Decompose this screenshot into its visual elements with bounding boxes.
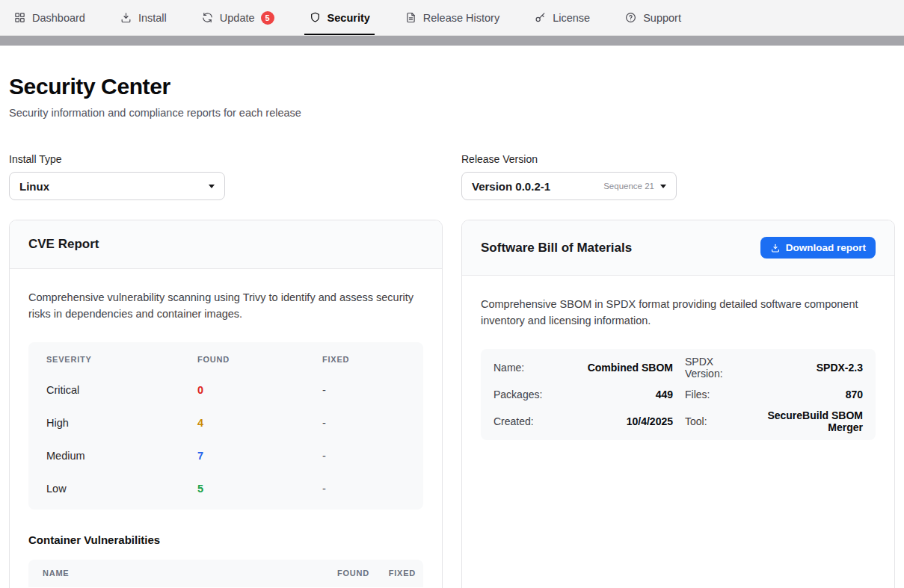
cve-report-description: Comprehensive vulnerability scanning usi…: [28, 290, 423, 323]
table-row: Packages: 449 Files: 870: [493, 381, 863, 408]
page-title: Security Center: [9, 74, 895, 99]
table-row: Critical 0 -: [28, 374, 423, 406]
nav-label: Release History: [423, 12, 499, 24]
page-subtitle: Security information and compliance repo…: [9, 107, 895, 119]
col-name: NAME: [43, 569, 302, 578]
release-sequence-hint: Sequence 21: [603, 182, 654, 191]
cve-report-title: CVE Report: [28, 237, 99, 252]
table-row: Created: 10/4/2025 Tool: SecureBuild SBO…: [493, 408, 863, 435]
release-version-filter: Release Version Version 0.0.2-1 Sequence…: [461, 153, 895, 200]
help-circle-icon: [624, 11, 637, 24]
col-found: FOUND: [197, 355, 322, 364]
nav-label: Support: [643, 12, 681, 24]
filters-row: Install Type Linux Release Version Versi…: [9, 153, 895, 200]
top-nav: Dashboard Install Update 5 Security Rele…: [0, 0, 904, 36]
nav-label: License: [553, 12, 590, 24]
refresh-icon: [201, 11, 214, 24]
fixed-count: -: [322, 417, 405, 429]
found-count: 5: [197, 483, 322, 495]
nav-label: Security: [328, 12, 370, 24]
dashboard-grid-icon: [13, 11, 26, 24]
found-count: 4: [197, 417, 322, 429]
sbom-header: Software Bill of Materials Download repo…: [462, 220, 894, 276]
container-vulnerabilities-table-header: NAME FOUND FIXED: [28, 560, 423, 587]
table-row: High 4 -: [28, 406, 423, 439]
shield-icon: [309, 11, 322, 24]
fixed-count: -: [322, 483, 405, 495]
release-version-label: Release Version: [461, 153, 895, 165]
download-icon: [770, 243, 781, 253]
sbom-description: Comprehensive SBOM in SPDX format provid…: [481, 297, 876, 329]
cards-row: CVE Report Comprehensive vulnerability s…: [9, 220, 895, 588]
nav-item-release-history[interactable]: Release History: [403, 0, 501, 35]
update-count-badge: 5: [261, 11, 274, 25]
container-vulnerabilities-title: Container Vulnerabilities: [28, 533, 423, 546]
chevron-down-icon: [660, 185, 666, 188]
severity-table: SEVERITY FOUND FIXED Critical 0 - High 4…: [28, 342, 423, 510]
chevron-down-icon: [209, 185, 215, 188]
nav-item-security[interactable]: Security: [307, 0, 372, 35]
header-divider-band: [0, 36, 904, 46]
nav-item-support[interactable]: Support: [623, 0, 683, 35]
install-type-label: Install Type: [9, 153, 443, 165]
download-icon: [120, 11, 132, 24]
col-fixed: FIXED: [369, 569, 416, 578]
sbom-info-grid: Name: Combined SBOM SPDX Version: SPDX-2…: [481, 349, 876, 440]
sbom-card: Software Bill of Materials Download repo…: [461, 220, 895, 588]
install-type-value: Linux: [19, 180, 49, 193]
main-content: Security Center Security information and…: [0, 74, 904, 588]
nav-item-license[interactable]: License: [532, 0, 591, 35]
release-version-value: Version 0.0.2-1: [472, 180, 550, 193]
fixed-count: -: [322, 384, 405, 396]
install-type-select[interactable]: Linux: [9, 172, 225, 200]
col-fixed: FIXED: [322, 355, 405, 364]
fixed-count: -: [322, 450, 405, 462]
nav-label: Install: [138, 12, 167, 24]
found-count: 0: [197, 384, 322, 396]
sbom-title: Software Bill of Materials: [481, 241, 632, 256]
nav-item-update[interactable]: Update 5: [200, 0, 276, 35]
severity-table-header: SEVERITY FOUND FIXED: [28, 345, 423, 374]
nav-label: Update: [220, 12, 255, 24]
install-type-filter: Install Type Linux: [9, 153, 443, 200]
nav-item-dashboard[interactable]: Dashboard: [12, 0, 87, 35]
col-found: FOUND: [302, 569, 369, 578]
table-row: Low 5 -: [28, 472, 423, 505]
document-icon: [405, 11, 417, 24]
cve-report-header: CVE Report: [10, 220, 442, 269]
found-count: 7: [197, 450, 322, 462]
nav-label: Dashboard: [32, 12, 85, 24]
cve-report-card: CVE Report Comprehensive vulnerability s…: [9, 220, 443, 588]
table-row: Medium 7 -: [28, 439, 423, 472]
nav-item-install[interactable]: Install: [118, 0, 168, 35]
download-report-label: Download report: [786, 242, 866, 253]
col-severity: SEVERITY: [46, 355, 197, 364]
download-report-button[interactable]: Download report: [760, 237, 876, 259]
key-icon: [534, 11, 547, 24]
table-row: Name: Combined SBOM SPDX Version: SPDX-2…: [493, 354, 863, 381]
release-version-select[interactable]: Version 0.0.2-1 Sequence 21: [461, 172, 677, 200]
